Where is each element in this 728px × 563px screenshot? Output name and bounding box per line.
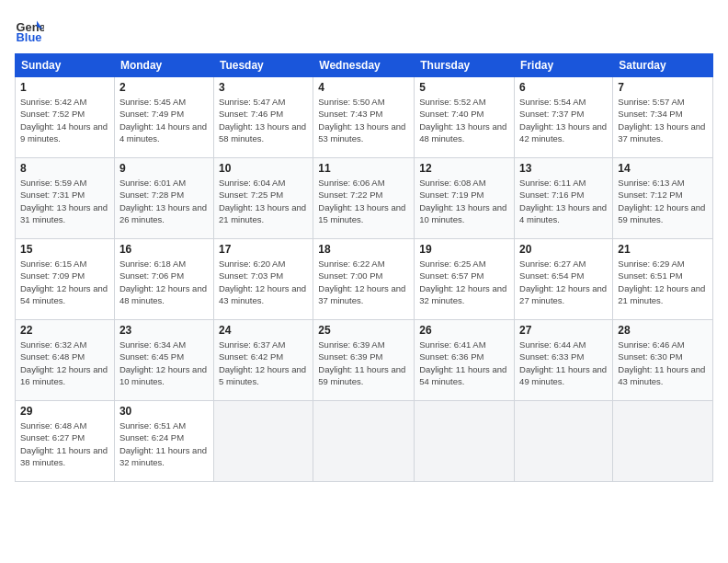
table-row: 9 Sunrise: 6:01 AMSunset: 7:28 PMDayligh… [114, 158, 213, 239]
day-number: 29 [20, 405, 109, 418]
table-row: 29 Sunrise: 6:48 AMSunset: 6:27 PMDaylig… [16, 401, 115, 482]
day-detail: Sunrise: 6:20 AMSunset: 7:03 PMDaylight:… [219, 259, 306, 305]
day-detail: Sunrise: 6:15 AMSunset: 7:09 PMDaylight:… [20, 259, 108, 305]
day-number: 18 [318, 243, 409, 256]
table-row: 19 Sunrise: 6:25 AMSunset: 6:57 PMDaylig… [415, 239, 515, 320]
calendar-table: Sunday Monday Tuesday Wednesday Thursday… [15, 53, 713, 482]
header-wednesday: Wednesday [313, 54, 415, 77]
table-row: 25 Sunrise: 6:39 AMSunset: 6:39 PMDaylig… [313, 320, 415, 401]
day-number: 24 [219, 324, 308, 337]
logo: General Blue [15, 15, 44, 44]
header-monday: Monday [114, 54, 213, 77]
table-row: 3 Sunrise: 5:47 AMSunset: 7:46 PMDayligh… [213, 77, 313, 158]
table-row: 23 Sunrise: 6:34 AMSunset: 6:45 PMDaylig… [114, 320, 213, 401]
day-number: 26 [419, 324, 509, 337]
day-number: 8 [20, 162, 109, 175]
day-detail: Sunrise: 6:08 AMSunset: 7:19 PMDaylight:… [419, 178, 506, 224]
day-number: 7 [618, 81, 708, 94]
table-row: 8 Sunrise: 5:59 AMSunset: 7:31 PMDayligh… [16, 158, 115, 239]
day-number: 19 [419, 243, 509, 256]
day-detail: Sunrise: 6:18 AMSunset: 7:06 PMDaylight:… [119, 259, 207, 305]
header-thursday: Thursday [415, 54, 515, 77]
table-row: 30 Sunrise: 6:51 AMSunset: 6:24 PMDaylig… [114, 401, 213, 482]
calendar-week-row: 8 Sunrise: 5:59 AMSunset: 7:31 PMDayligh… [16, 158, 713, 239]
day-number: 14 [618, 162, 708, 175]
day-detail: Sunrise: 6:04 AMSunset: 7:25 PMDaylight:… [219, 178, 306, 224]
day-detail: Sunrise: 6:48 AMSunset: 6:27 PMDaylight:… [20, 420, 108, 467]
day-detail: Sunrise: 6:37 AMSunset: 6:42 PMDaylight:… [219, 339, 306, 386]
table-row: 22 Sunrise: 6:32 AMSunset: 6:48 PMDaylig… [16, 320, 115, 401]
day-number: 13 [519, 162, 608, 175]
day-detail: Sunrise: 5:45 AMSunset: 7:49 PMDaylight:… [119, 97, 207, 144]
table-row: 21 Sunrise: 6:29 AMSunset: 6:51 PMDaylig… [613, 239, 713, 320]
day-detail: Sunrise: 6:11 AMSunset: 7:16 PMDaylight:… [519, 178, 607, 224]
day-detail: Sunrise: 6:32 AMSunset: 6:48 PMDaylight:… [20, 339, 108, 386]
day-number: 21 [618, 243, 708, 256]
day-number: 5 [419, 81, 509, 94]
calendar-week-row: 29 Sunrise: 6:48 AMSunset: 6:27 PMDaylig… [16, 401, 713, 482]
day-number: 15 [20, 243, 109, 256]
day-detail: Sunrise: 6:01 AMSunset: 7:28 PMDaylight:… [119, 178, 207, 224]
day-number: 3 [219, 81, 308, 94]
table-row: 11 Sunrise: 6:06 AMSunset: 7:22 PMDaylig… [313, 158, 415, 239]
day-number: 28 [618, 324, 708, 337]
table-row: 5 Sunrise: 5:52 AMSunset: 7:40 PMDayligh… [415, 77, 515, 158]
day-detail: Sunrise: 5:54 AMSunset: 7:37 PMDaylight:… [519, 97, 607, 144]
day-number: 6 [519, 81, 608, 94]
day-number: 4 [318, 81, 409, 94]
table-row: 24 Sunrise: 6:37 AMSunset: 6:42 PMDaylig… [213, 320, 313, 401]
table-row: 13 Sunrise: 6:11 AMSunset: 7:16 PMDaylig… [515, 158, 613, 239]
day-number: 20 [519, 243, 608, 256]
table-row: 4 Sunrise: 5:50 AMSunset: 7:43 PMDayligh… [313, 77, 415, 158]
table-row [313, 401, 415, 482]
day-detail: Sunrise: 6:39 AMSunset: 6:39 PMDaylight:… [318, 339, 405, 386]
calendar-week-row: 1 Sunrise: 5:42 AMSunset: 7:52 PMDayligh… [16, 77, 713, 158]
table-row: 17 Sunrise: 6:20 AMSunset: 7:03 PMDaylig… [213, 239, 313, 320]
table-row [415, 401, 515, 482]
day-number: 12 [419, 162, 509, 175]
day-number: 10 [219, 162, 308, 175]
day-detail: Sunrise: 6:41 AMSunset: 6:36 PMDaylight:… [419, 339, 506, 386]
calendar-week-row: 15 Sunrise: 6:15 AMSunset: 7:09 PMDaylig… [16, 239, 713, 320]
table-row [613, 401, 713, 482]
table-row: 26 Sunrise: 6:41 AMSunset: 6:36 PMDaylig… [415, 320, 515, 401]
table-row: 27 Sunrise: 6:44 AMSunset: 6:33 PMDaylig… [515, 320, 613, 401]
table-row: 10 Sunrise: 6:04 AMSunset: 7:25 PMDaylig… [213, 158, 313, 239]
table-row: 7 Sunrise: 5:57 AMSunset: 7:34 PMDayligh… [613, 77, 713, 158]
day-detail: Sunrise: 5:52 AMSunset: 7:40 PMDaylight:… [419, 97, 506, 144]
table-row [213, 401, 313, 482]
table-row: 14 Sunrise: 6:13 AMSunset: 7:12 PMDaylig… [613, 158, 713, 239]
table-row: 2 Sunrise: 5:45 AMSunset: 7:49 PMDayligh… [114, 77, 213, 158]
day-number: 1 [20, 81, 109, 94]
day-detail: Sunrise: 6:25 AMSunset: 6:57 PMDaylight:… [419, 259, 506, 305]
day-detail: Sunrise: 6:46 AMSunset: 6:30 PMDaylight:… [618, 339, 705, 386]
table-row: 16 Sunrise: 6:18 AMSunset: 7:06 PMDaylig… [114, 239, 213, 320]
table-row [515, 401, 613, 482]
day-detail: Sunrise: 6:51 AMSunset: 6:24 PMDaylight:… [119, 420, 207, 467]
table-row: 1 Sunrise: 5:42 AMSunset: 7:52 PMDayligh… [16, 77, 115, 158]
table-row: 6 Sunrise: 5:54 AMSunset: 7:37 PMDayligh… [515, 77, 613, 158]
day-number: 17 [219, 243, 308, 256]
svg-text:Blue: Blue [17, 30, 42, 44]
page-header: General Blue [15, 15, 713, 44]
day-number: 16 [119, 243, 209, 256]
header-saturday: Saturday [613, 54, 713, 77]
day-number: 2 [119, 81, 209, 94]
header-sunday: Sunday [16, 54, 115, 77]
day-detail: Sunrise: 5:47 AMSunset: 7:46 PMDaylight:… [219, 97, 306, 144]
day-number: 27 [519, 324, 608, 337]
header-tuesday: Tuesday [213, 54, 313, 77]
day-number: 9 [119, 162, 209, 175]
day-number: 11 [318, 162, 409, 175]
table-row: 15 Sunrise: 6:15 AMSunset: 7:09 PMDaylig… [16, 239, 115, 320]
table-row: 20 Sunrise: 6:27 AMSunset: 6:54 PMDaylig… [515, 239, 613, 320]
logo-icon: General Blue [15, 15, 44, 44]
day-detail: Sunrise: 6:34 AMSunset: 6:45 PMDaylight:… [119, 339, 207, 386]
day-detail: Sunrise: 6:13 AMSunset: 7:12 PMDaylight:… [618, 178, 705, 224]
day-number: 22 [20, 324, 109, 337]
table-row: 28 Sunrise: 6:46 AMSunset: 6:30 PMDaylig… [613, 320, 713, 401]
day-detail: Sunrise: 6:22 AMSunset: 7:00 PMDaylight:… [318, 259, 405, 305]
day-detail: Sunrise: 5:57 AMSunset: 7:34 PMDaylight:… [618, 97, 705, 144]
day-number: 25 [318, 324, 409, 337]
header-friday: Friday [515, 54, 613, 77]
